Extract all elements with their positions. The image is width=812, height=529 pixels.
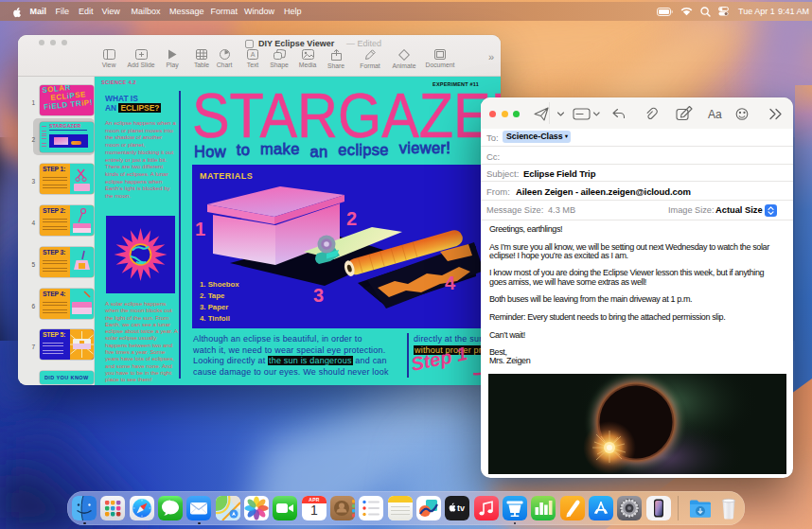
svg-text:Aa: Aa: [708, 108, 722, 121]
svg-text:3. Paper: 3. Paper: [200, 303, 228, 311]
svg-text:3: 3: [313, 285, 324, 306]
svg-text:4: 4: [445, 273, 456, 293]
svg-text:tv: tv: [457, 503, 465, 513]
svg-text:A: A: [251, 51, 256, 58]
svg-text:2: 2: [346, 208, 357, 229]
svg-text:4. Tinfoil: 4. Tinfoil: [200, 314, 230, 323]
svg-text:MATERIALS: MATERIALS: [200, 171, 253, 181]
svg-text:2. Tape: 2. Tape: [200, 291, 225, 300]
svg-text:1: 1: [195, 219, 205, 239]
svg-text:1. Shoebox: 1. Shoebox: [200, 280, 239, 289]
